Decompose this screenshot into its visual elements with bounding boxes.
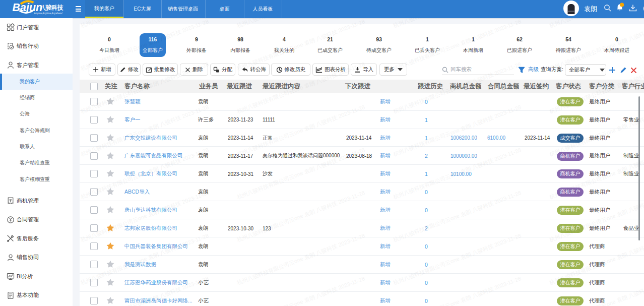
svg-text:八骏科技: 八骏科技 <box>39 4 63 11</box>
svg-text:Anyone,Anytime,Anywhere!: Anyone,Anytime,Anywhere! <box>34 12 62 15</box>
